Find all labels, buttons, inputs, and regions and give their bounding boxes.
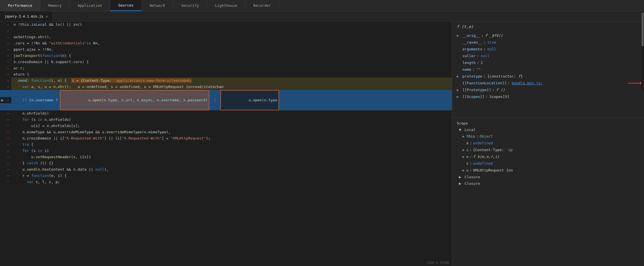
code-line-16: − n.mimeType && u.overrideMimeType && u.… <box>0 129 452 135</box>
prop-funcloc-value[interactable]: bundle.min.js: <box>512 80 543 86</box>
code-line-11: − var a, s, u = n.xhr(); a = undefined, … <box>0 84 452 90</box>
code-panel[interactable]: − n !this.isLocal && ln() || zn() − − ax… <box>0 22 452 266</box>
tab-performance[interactable]: Performance <box>0 0 40 11</box>
code-line-3: − axSettings.xhr(), <box>0 34 452 40</box>
code-line-22: − u.send(n.hasContent && n.data || null)… <box>0 166 452 173</box>
prop-prototype-value: {constructor: f} <box>487 73 523 80</box>
line-code-7: n.crossDomain || b.support.cors) { <box>11 59 452 65</box>
scope-s: ▶ s : undefined <box>452 160 644 167</box>
prop-scopes-toggle[interactable]: ▶ <box>457 94 462 100</box>
scope-closure1-arrow: ▶ <box>459 175 461 179</box>
func-inspector[interactable]: f (t,e) ▶ __orig__ : f _$fV() __raven__ … <box>452 22 644 118</box>
scope-u-key: u <box>466 168 469 173</box>
tab-application[interactable]: Application <box>70 0 110 11</box>
line-gutter-5: − <box>0 46 11 53</box>
line-gutter-6: − <box>0 53 11 59</box>
code-line-20: − u.setRequestHeader(s, i[s]) <box>0 154 452 160</box>
line-code-17: n.crossDomain || i["X-Requested-With"] |… <box>11 135 452 141</box>
prop-arguments-value: null <box>487 46 496 52</box>
prop-orig[interactable]: ▶ __orig__ : f _$fV() <box>457 32 639 39</box>
code-line-17: − n.crossDomain || i["X-Requested-With"]… <box>0 135 452 141</box>
prop-proto2[interactable]: ▶ [[Prototype]] : f () <box>457 87 639 93</box>
tab-security[interactable]: Security <box>173 0 207 11</box>
scope-section[interactable]: Scope ▼ Local ▶ this : Object ▶ a : unde… <box>452 118 644 266</box>
tab-sources[interactable]: Sources <box>110 0 142 11</box>
scope-i-colon: : <box>470 147 472 153</box>
code-line-10: − send: function(i, o) { i = {Content-Ty… <box>0 78 452 84</box>
line-code-19: for (s in i) <box>11 148 452 154</box>
prop-name-key: name <box>462 66 471 73</box>
scope-closure1-header[interactable]: ▶ Closure <box>452 174 644 180</box>
prop-scopes-key: [[Scopes]] <box>462 94 484 100</box>
prop-orig-toggle[interactable]: ▶ <box>457 33 462 39</box>
scope-this[interactable]: ▶ this : Object <box>452 133 644 140</box>
prop-prototype[interactable]: ▶ prototype : {constructor: f} <box>457 73 639 80</box>
prop-proto2-value: f () <box>496 87 505 93</box>
prop-prototype-toggle[interactable]: ▶ <box>457 73 462 80</box>
line-code-3: axSettings.xhr(), <box>11 34 452 40</box>
code-line-23: − r = function(e, i) { <box>0 173 452 179</box>
prop-scopes[interactable]: ▶ [[Scopes]] : Scopes[5] <box>457 93 639 100</box>
scope-o[interactable]: ▶ o : f k(e,n,r,i) <box>452 153 644 160</box>
scope-local-header[interactable]: ▼ Local <box>452 126 644 133</box>
prop-prototype-colon: : <box>483 73 486 80</box>
scope-this-key: this <box>466 134 475 139</box>
scope-o-toggle[interactable]: ▶ <box>462 154 465 160</box>
scope-i-value: {Content-Type: 'ap <box>473 147 513 153</box>
inspector-scrollbar[interactable] <box>641 22 644 91</box>
scope-a: ▶ a : undefined <box>452 140 644 147</box>
line-gutter-3: − <box>0 34 11 40</box>
line-gutter-11: − <box>0 84 11 90</box>
scope-u-colon: : <box>470 168 472 173</box>
prop-proto2-key: [[Prototype]] <box>462 87 491 93</box>
scope-o-key: o <box>466 154 469 160</box>
tab-network[interactable]: Network <box>142 0 173 11</box>
line-gutter-19: − <box>0 148 11 154</box>
line-code-6: jaxTransport(function(n) { <box>11 53 452 59</box>
prop-length-colon: : <box>477 60 479 66</box>
tab-memory[interactable]: Memory <box>40 0 70 11</box>
prop-length: length : 2 <box>457 59 639 66</box>
line-code-2 <box>11 28 452 34</box>
scope-i-toggle[interactable]: ▶ <box>462 147 465 153</box>
prop-raven: __raven__ : true <box>457 39 639 46</box>
code-line-19: − for (s in i) <box>0 148 452 154</box>
inspector-scrollbar-thumb[interactable] <box>641 22 644 46</box>
scope-closure2-header[interactable]: ▶ Closure <box>452 180 644 187</box>
scope-o-value: f k(e,n,r,i) <box>473 154 499 160</box>
file-tabs: jquery-3.4.1.min.js × <box>0 11 644 22</box>
scope-header[interactable]: Scope <box>452 120 644 126</box>
code-line-24: − var s, l, c, p; <box>0 179 452 185</box>
line-gutter-2: − <box>0 28 11 34</box>
prop-raven-key: __raven__ <box>462 39 482 46</box>
file-tab-name: jquery-3.4.1.min.js <box>5 14 43 18</box>
code-line-9: − eturn { <box>0 71 452 78</box>
line-code-9: eturn { <box>11 71 452 78</box>
prop-proto2-toggle[interactable]: ▶ <box>457 87 462 93</box>
tab-recorder[interactable]: Recorder <box>245 0 279 11</box>
scope-i[interactable]: ▶ i : {Content-Type: 'ap <box>452 147 644 153</box>
tab-lighthouse[interactable]: Lighthouse <box>207 0 245 11</box>
line-gutter-16: − <box>0 129 11 135</box>
scope-this-toggle[interactable]: ▶ <box>462 134 465 139</box>
scope-this-value: Object <box>480 134 493 139</box>
line-gutter-23: − <box>0 173 11 179</box>
prop-orig-value: f _$fV() <box>485 33 503 39</box>
scope-u-toggle[interactable]: ▶ <box>462 168 465 173</box>
scope-this-colon: : <box>476 134 478 139</box>
file-tab-close[interactable]: × <box>45 14 48 19</box>
line-gutter-10: − <box>0 78 11 84</box>
prop-caller-value: null <box>481 53 489 59</box>
scope-closure1-label: Closure <box>465 175 480 179</box>
prop-funcloc-colon: : <box>508 80 510 86</box>
line-code-8: ar r; <box>11 65 452 71</box>
func-name: f (t,e) <box>457 24 473 29</box>
line-code-5: pport.ajax = !!Rn, <box>11 46 452 53</box>
prop-caller-colon: : <box>477 53 479 59</box>
prop-name-value: "" <box>476 66 481 73</box>
scope-u[interactable]: ▶ u : XMLHttpRequest {on <box>452 167 644 174</box>
line-code-18: try { <box>11 141 452 148</box>
line-gutter-1: − <box>0 22 11 28</box>
line-code-24: var s, l, c, p; <box>11 179 452 185</box>
file-tab-jquery[interactable]: jquery-3.4.1.min.js × <box>0 11 53 21</box>
